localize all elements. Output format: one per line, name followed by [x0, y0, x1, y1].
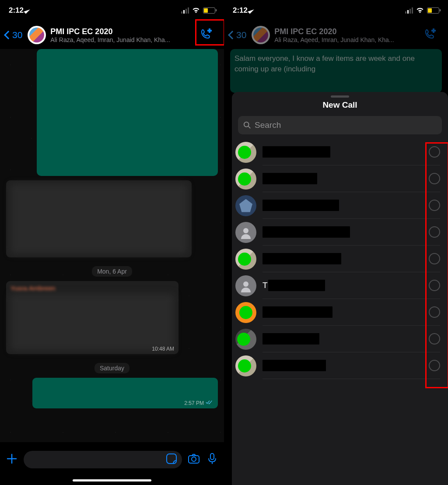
chat-subtitle: Ali Raza, Aqeed, Imran, Junaid Khan, Kha…	[50, 36, 192, 43]
contact-row[interactable]	[232, 299, 448, 326]
contact-row[interactable]: T	[232, 272, 448, 299]
outgoing-message[interactable]: 2:57 PM	[32, 378, 218, 408]
group-avatar[interactable]	[28, 26, 46, 44]
contact-avatar	[235, 302, 256, 323]
wifi-icon	[416, 6, 424, 15]
sheet-title: New Call	[232, 100, 448, 110]
camera-button[interactable]	[187, 452, 200, 467]
contact-row[interactable]	[232, 139, 448, 165]
unread-count: 30	[236, 30, 246, 40]
search-input[interactable]: Search	[238, 116, 442, 134]
contact-avatar	[235, 169, 256, 190]
call-button	[416, 23, 444, 47]
search-icon	[243, 121, 251, 129]
contact-name-redacted	[262, 360, 326, 371]
contact-name-redacted	[262, 173, 317, 184]
search-placeholder: Search	[255, 120, 281, 130]
contact-avatar	[235, 249, 256, 270]
contact-row[interactable]	[232, 192, 448, 219]
contact-avatar	[235, 355, 256, 376]
chevron-left-icon	[4, 31, 13, 39]
svg-point-2	[192, 457, 196, 461]
annotation-highlight-call	[195, 19, 224, 46]
unread-count: 30	[12, 30, 22, 40]
cellular-signal-icon	[181, 7, 189, 14]
read-ticks-icon	[206, 400, 214, 406]
contact-name-redacted	[262, 333, 319, 344]
status-bar: 2:12	[0, 0, 224, 21]
chat-input-bar	[0, 447, 224, 472]
contact-avatar	[235, 222, 256, 243]
chat-title: PMI IPC EC 2020	[274, 27, 416, 36]
message-time: 2:57 PM	[184, 400, 214, 406]
chat-subtitle: Ali Raza, Aqeed, Imran, Junaid Khan, Kha…	[274, 36, 416, 43]
contact-name-redacted	[262, 146, 330, 158]
header-text-area[interactable]: PMI IPC EC 2020 Ali Raza, Aqeed, Imran, …	[50, 27, 192, 43]
contact-row[interactable]	[232, 352, 448, 379]
contact-avatar	[235, 195, 256, 216]
location-icon	[24, 7, 30, 14]
incoming-message[interactable]	[6, 180, 192, 257]
contact-name-redacted	[262, 253, 341, 264]
mic-button[interactable]	[206, 452, 219, 467]
battery-icon	[427, 7, 439, 14]
svg-rect-0	[167, 454, 176, 464]
incoming-message[interactable]: Yusra Ambreen 10:48 AM	[6, 281, 178, 354]
svg-rect-3	[210, 453, 214, 460]
new-call-sheet: New Call Search T	[232, 92, 448, 485]
outgoing-image-message[interactable]	[37, 49, 218, 176]
chat-header: 30 PMI IPC EC 2020 Ali Raza, Aqeed, Imra…	[0, 21, 224, 49]
date-separator: Saturday	[94, 363, 130, 373]
contact-name-redacted	[262, 200, 339, 211]
contact-avatar	[235, 329, 256, 350]
sheet-drag-handle[interactable]	[331, 95, 349, 98]
header-text-area: PMI IPC EC 2020 Ali Raza, Aqeed, Imran, …	[274, 27, 416, 43]
attach-button[interactable]	[5, 452, 18, 467]
chat-title: PMI IPC EC 2020	[50, 27, 192, 36]
back-button: 30	[229, 30, 246, 40]
chat-messages[interactable]: Mon, 6 Apr Yusra Ambreen 10:48 AM Saturd…	[0, 49, 224, 442]
cellular-signal-icon	[405, 7, 413, 14]
message-time: 10:48 AM	[152, 346, 174, 352]
chat-header-dimmed: 30 PMI IPC EC 2020 Ali Raza, Aqeed, Imra…	[224, 21, 448, 49]
contact-row[interactable]	[232, 219, 448, 246]
wifi-icon	[192, 6, 200, 15]
status-time: 2:12	[9, 6, 24, 15]
status-time: 2:12	[233, 6, 248, 15]
annotation-highlight-radios	[425, 142, 448, 388]
svg-point-6	[243, 281, 248, 287]
contact-avatar	[235, 142, 256, 163]
sender-name: Yusra Ambreen	[10, 285, 174, 292]
screenshot-left: 2:12 30 PMI IPC EC 2020 Ali Raza, Aqeed,…	[0, 0, 224, 485]
chevron-left-icon	[228, 31, 237, 39]
svg-point-5	[243, 228, 248, 233]
phone-plus-icon	[424, 28, 437, 42]
contact-row[interactable]	[232, 165, 448, 192]
back-button[interactable]: 30	[5, 30, 22, 40]
contact-name-redacted	[262, 226, 350, 238]
date-separator: Mon, 6 Apr	[92, 266, 132, 277]
contact-name-redacted	[268, 280, 325, 291]
status-bar: 2:12	[224, 0, 448, 21]
contact-list[interactable]: T	[232, 139, 448, 485]
battery-icon	[203, 7, 215, 14]
message-input[interactable]	[24, 451, 182, 468]
group-avatar	[252, 26, 270, 44]
dimmed-message-behind: Salam everyone, I know a few items are w…	[230, 49, 442, 93]
contact-row[interactable]	[232, 326, 448, 352]
svg-point-4	[244, 122, 249, 127]
contact-avatar	[235, 275, 256, 296]
contact-name-redacted	[262, 306, 332, 318]
sticker-icon[interactable]	[165, 453, 178, 467]
location-icon	[248, 7, 254, 14]
home-indicator[interactable]	[73, 479, 151, 481]
contact-row[interactable]	[232, 246, 448, 272]
screenshot-right: 2:12 30 PMI IPC EC 2020 Ali Raza, Aqeed,…	[224, 0, 448, 485]
